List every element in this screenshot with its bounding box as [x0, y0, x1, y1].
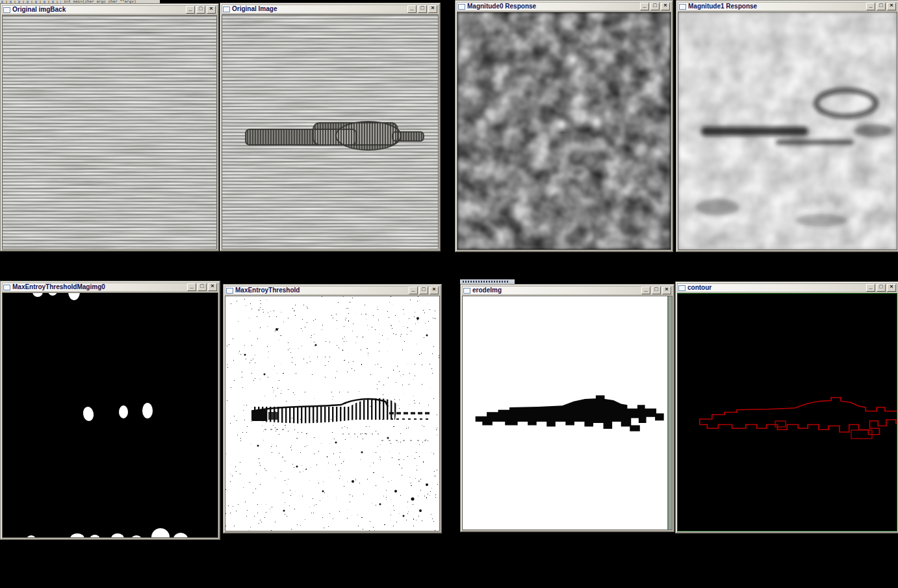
eroded-blob-image: [463, 296, 673, 530]
close-button[interactable]: ×: [887, 284, 896, 292]
titlebar[interactable]: Original imgBack _ □ ×: [2, 5, 217, 14]
magnitude1-image: [678, 12, 897, 249]
window-original-image: Original Image _ □ ×: [220, 3, 441, 251]
window-title: Original Image: [232, 5, 405, 13]
minimize-button[interactable]: _: [186, 6, 195, 14]
threshold-canvas: [225, 296, 440, 531]
titlebar[interactable]: MaxEntroyThresholdMagimg0 _ □ ×: [2, 283, 218, 292]
titlebar[interactable]: Magnitude1 Response _ □ ×: [678, 2, 897, 11]
window-icon: [3, 285, 10, 290]
window-title: Original imgBack: [12, 6, 184, 14]
fabric-defect-canvas: [222, 14, 439, 249]
window-title: contour: [687, 284, 864, 292]
maximize-button[interactable]: □: [652, 287, 661, 294]
fabric-texture-image: [3, 16, 216, 249]
magnitude1-canvas: [678, 12, 897, 250]
window-icon: [678, 285, 686, 291]
titlebar[interactable]: contour _ □ ×: [677, 283, 897, 292]
close-button[interactable]: ×: [887, 3, 896, 10]
minimize-button[interactable]: _: [641, 287, 650, 294]
titlebar[interactable]: Original Image _ □ ×: [222, 5, 439, 14]
titlebar[interactable]: Magnitude0 Response _ □ ×: [457, 2, 671, 11]
titlebar[interactable]: erodeImg _ □ ×: [462, 286, 673, 295]
window-maxentroy-threshold: MaxEntroyThreshold _ □ ×: [223, 284, 442, 533]
fabric-defect-image: [222, 15, 438, 249]
magnitude0-image: [457, 12, 671, 249]
maximize-button[interactable]: □: [198, 283, 207, 291]
window-magnitude0-response: Magnitude0 Response _ □ ×: [455, 0, 673, 252]
erode-canvas: [462, 296, 673, 530]
close-button[interactable]: ×: [208, 283, 217, 291]
minimize-button[interactable]: _: [640, 3, 649, 10]
minimize-button[interactable]: _: [866, 284, 875, 292]
window-icon: [226, 288, 233, 294]
close-button[interactable]: ×: [661, 3, 670, 10]
magnitude0-canvas: [457, 12, 671, 250]
close-button[interactable]: ×: [430, 287, 439, 294]
window-original-imgback: Original imgBack _ □ ×: [0, 3, 219, 251]
window-title: Magnitude0 Response: [467, 3, 638, 10]
minimize-button[interactable]: _: [409, 287, 418, 294]
window-title: erodeImg: [472, 287, 639, 294]
maximize-button[interactable]: □: [418, 5, 427, 13]
maximize-button[interactable]: □: [877, 284, 886, 292]
window-erodeimg: erodeImg _ □ ×: [460, 284, 674, 532]
window-icon: [3, 7, 10, 13]
window-icon: [679, 4, 686, 10]
titlebar[interactable]: MaxEntroyThreshold _ □ ×: [225, 286, 440, 295]
window-icon: [223, 6, 230, 12]
maximize-button[interactable]: □: [877, 3, 886, 10]
window-icon: [458, 4, 465, 10]
maximize-button[interactable]: □: [419, 287, 428, 294]
window-title: MaxEntroyThresholdMagimg0: [12, 283, 185, 291]
minimize-button[interactable]: _: [866, 3, 875, 10]
threshold-image: [225, 296, 440, 531]
window-title: MaxEntroyThreshold: [235, 287, 407, 294]
minimize-button[interactable]: _: [187, 283, 196, 291]
minimize-button[interactable]: _: [407, 5, 417, 13]
window-maxentroy-threshold-magimg0: MaxEntroyThresholdMagimg0 _ □ ×: [0, 281, 220, 540]
maximize-button[interactable]: □: [196, 6, 205, 14]
contour-image: [678, 294, 897, 531]
contour-canvas: [677, 293, 897, 531]
window-title: Magnitude1 Response: [688, 3, 864, 10]
edge-strip: [669, 296, 673, 530]
close-button[interactable]: ×: [207, 6, 216, 14]
threshold-blobs-image: [3, 293, 218, 537]
maximize-button[interactable]: □: [650, 3, 660, 10]
window-magnitude1-response: Magnitude1 Response _ □ ×: [676, 0, 898, 252]
close-button[interactable]: ×: [662, 287, 671, 294]
fabric-background-canvas: [2, 15, 217, 249]
desktop: int main(char argc char **argv) Original…: [0, 0, 898, 588]
window-icon: [463, 288, 470, 294]
unreadable-title-marks: [463, 281, 508, 283]
window-contour: contour _ □ ×: [675, 281, 898, 533]
close-button[interactable]: ×: [428, 5, 437, 13]
threshold-magimg0-canvas: [2, 292, 218, 538]
